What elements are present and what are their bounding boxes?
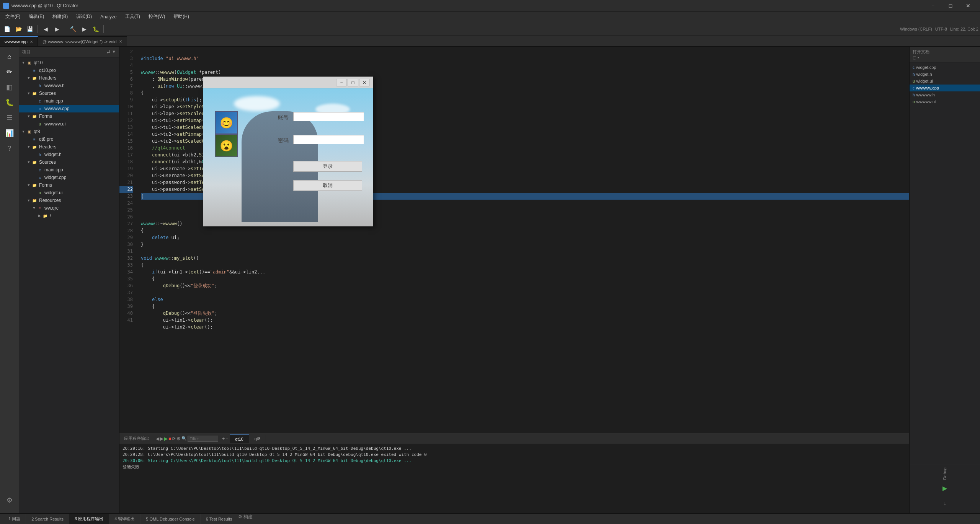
open-docs-icon2[interactable]: ▪ [918, 55, 919, 60]
login-button[interactable]: 登录 [293, 161, 362, 172]
sidebar-icon-settings[interactable]: ⚙ [3, 493, 16, 507]
app-preview-maximize[interactable]: □ [348, 79, 358, 86]
output-btn-play[interactable]: ▶ [164, 436, 168, 441]
tab-wwwww-func[interactable]: @ wwwww::wwwww(QWidget *) -> void ✕ [38, 36, 127, 46]
output-btn-restart[interactable]: ⟳ [172, 436, 176, 441]
tab-close-wwwww-func[interactable]: ✕ [119, 39, 122, 44]
tree-item-maincpp2[interactable]: c main.cpp [19, 166, 119, 174]
menu-edit[interactable]: 编辑(E) [25, 12, 48, 21]
tree-item-wwwwwui1[interactable]: u wwwww.ui [19, 120, 119, 128]
menu-debug[interactable]: 调试(D) [72, 12, 96, 21]
tree-item-wwqrc[interactable]: ▼ ≡ ww.qrc [19, 204, 119, 212]
app-preview-minimize[interactable]: − [336, 79, 347, 86]
tree-label-widgeth: widget.h [44, 152, 62, 157]
password-input[interactable] [293, 135, 364, 144]
tree-item-qt10pro[interactable]: ≡ qt10.pro [19, 67, 119, 74]
tree-item-qt8[interactable]: ▼ ▣ qt8 [19, 128, 119, 135]
tree-item-sources1[interactable]: ▼ 📁 Sources [19, 90, 119, 97]
tree-item-widgetui[interactable]: u widget.ui [19, 189, 119, 197]
tree-item-sources2[interactable]: ▼ 📁 Sources [19, 158, 119, 166]
project-sync-icon[interactable]: ⇄ [107, 49, 110, 54]
tree-item-qt10[interactable]: ▼ ▣ qt10 [19, 59, 119, 67]
close-button[interactable]: ✕ [959, 0, 977, 11]
tree-file-icon-wwwwwh1: h [37, 83, 43, 89]
tree-item-maincpp1[interactable]: c main.cpp [19, 97, 119, 105]
toolbar-open[interactable]: 📂 [13, 24, 24, 34]
account-input[interactable] [293, 112, 364, 121]
maximize-button[interactable]: □ [942, 0, 959, 11]
debug-play-btn[interactable]: ▶ [938, 481, 952, 495]
menu-file[interactable]: 文件(F) [2, 12, 24, 21]
tree-item-wwwwwcpp1[interactable]: c wwwww.cpp [19, 105, 119, 112]
app-preview-close[interactable]: ✕ [359, 79, 370, 86]
tree-item-slash[interactable]: ▶ 📁 / [19, 212, 119, 220]
menu-tools[interactable]: 工具(T) [121, 12, 144, 21]
open-doc-widget-cpp[interactable]: c widget.cpp [910, 64, 980, 71]
sidebar-icon-analyze[interactable]: 📊 [3, 126, 16, 140]
output-tabs: 应用程序输出 ◀ ▶ ▶ ■ ⟳ ⚙ 🔍 + − qt10 qt8 [119, 433, 909, 444]
tree-item-wwwwwh1[interactable]: h wwwww.h [19, 82, 119, 90]
open-doc-wwwww-ui[interactable]: u wwwww.ui [910, 98, 980, 105]
sidebar-icon-design[interactable]: ◧ [3, 80, 16, 94]
bottom-tab-compile[interactable]: 4 编译输出 [109, 514, 140, 524]
output-filter-input[interactable] [188, 436, 218, 442]
debug-next-btn[interactable]: ↓ [938, 496, 952, 510]
tab-close-wwwww-cpp[interactable]: ✕ [30, 40, 33, 44]
sidebar-icon-debug[interactable]: 🐛 [3, 96, 16, 109]
tree-item-resources[interactable]: ▼ 📁 Resources [19, 197, 119, 204]
line-num: 20 [119, 172, 133, 179]
tree-item-headers1[interactable]: ▼ 📁 Headers [19, 74, 119, 82]
tree-item-qt8pro[interactable]: ≡ qt8.pro [19, 135, 119, 143]
bottom-tab-output[interactable]: 3 应用程序输出 [69, 514, 109, 524]
output-btn-minus[interactable]: − [225, 436, 228, 441]
tree-item-headers2[interactable]: ▼ 📁 Headers [19, 143, 119, 151]
toolbar-debug-run[interactable]: 🐛 [90, 24, 101, 34]
toolbar-forward[interactable]: ▶ [52, 24, 62, 34]
toolbar-back[interactable]: ◀ [40, 24, 51, 34]
output-tab-qt10[interactable]: qt10 [230, 434, 249, 443]
output-tab-qt8[interactable]: qt8 [249, 435, 266, 443]
line-num: 3 [119, 55, 133, 62]
menu-help[interactable]: 帮助(H) [170, 12, 193, 21]
code-line: qDebug()<<"登陆失败"; [141, 311, 217, 316]
open-doc-widget-h[interactable]: h widget.h [910, 71, 980, 78]
open-doc-wwwww-cpp[interactable]: c wwwww.cpp [910, 85, 980, 91]
tree-item-widgetcpp[interactable]: c widget.cpp [19, 174, 119, 181]
line-num: 32 [119, 255, 133, 262]
sidebar-icon-welcome[interactable]: ⌂ [3, 50, 16, 63]
line-num: 29 [119, 234, 133, 241]
toolbar-run[interactable]: ▶ [79, 24, 90, 34]
output-btn-plus[interactable]: + [222, 436, 225, 441]
open-doc-wwwww-h[interactable]: h wwwww.h [910, 91, 980, 98]
open-docs-icon1[interactable]: ▢ [913, 55, 916, 60]
tree-item-forms1[interactable]: ▼ 📁 Forms [19, 112, 119, 120]
sidebar-icon-help[interactable]: ? [3, 142, 16, 155]
menu-analyze[interactable]: Analyze [96, 13, 121, 21]
tree-item-widgeth[interactable]: h widget.h [19, 151, 119, 158]
menu-build[interactable]: 构建(B) [49, 12, 72, 21]
bottom-tab-problems[interactable]: 1 问题 [3, 514, 26, 524]
tree-arrow-qt8: ▼ [21, 130, 26, 133]
line-num: 15 [119, 138, 133, 145]
bottom-tab-search[interactable]: 2 Search Results [26, 514, 69, 524]
project-collapse-icon[interactable]: ▼ [112, 49, 116, 54]
bottom-tab-qml[interactable]: 5 QML Debugger Console [140, 514, 200, 524]
output-btn-next[interactable]: ▶ [160, 436, 163, 441]
toolbar-build[interactable]: 🔨 [67, 24, 78, 34]
minimize-button[interactable]: − [924, 0, 942, 11]
menu-controls[interactable]: 控件(W) [145, 12, 169, 21]
bottom-tab-test[interactable]: 6 Test Results [201, 514, 238, 524]
toolbar-save[interactable]: 💾 [24, 24, 35, 34]
sidebar-icon-edit[interactable]: ✏ [3, 65, 16, 79]
tree-item-forms2[interactable]: ▼ 📁 Forms [19, 181, 119, 189]
tab-wwwww-cpp[interactable]: wwwww.cpp ✕ [0, 36, 38, 46]
toolbar-new[interactable]: 📄 [2, 24, 12, 34]
output-btn-options[interactable]: ⚙ [176, 436, 181, 441]
sidebar-icon-projects[interactable]: ☰ [3, 111, 16, 125]
output-btn-stop[interactable]: ■ [168, 436, 171, 441]
open-doc-widget-ui[interactable]: u widget.ui [910, 78, 980, 85]
output-panel: 应用程序输出 ◀ ▶ ▶ ■ ⟳ ⚙ 🔍 + − qt10 qt8 20:29:… [119, 433, 909, 513]
bottom-bar-settings[interactable]: ⚙ 构建 [238, 514, 253, 524]
cancel-button[interactable]: 取消 [293, 180, 362, 191]
output-btn-prev[interactable]: ◀ [156, 436, 159, 441]
